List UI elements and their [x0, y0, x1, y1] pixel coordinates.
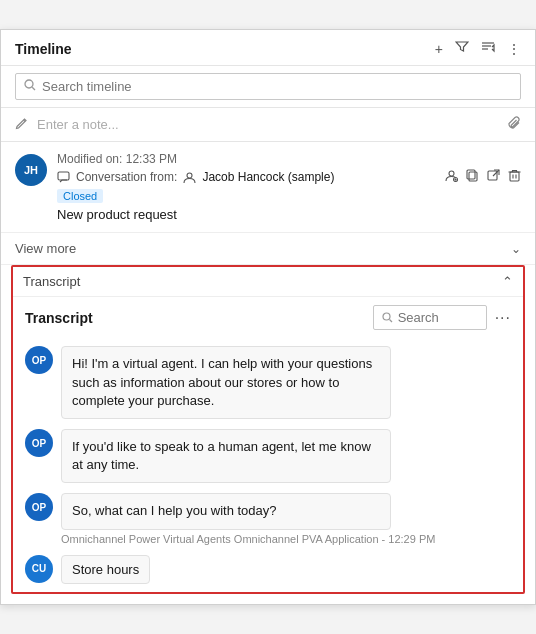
chevron-down-icon: ⌄ [511, 242, 521, 256]
svg-rect-14 [488, 171, 497, 180]
messages-area: OP Hi! I'm a virtual agent. I can help w… [13, 338, 523, 591]
add-icon[interactable]: + [435, 41, 443, 57]
activity-content: Modified on: 12:33 PM Conversation from:… [57, 152, 521, 222]
svg-rect-16 [510, 172, 519, 181]
transcript-search-box[interactable] [373, 305, 487, 330]
contact-icon [183, 171, 196, 184]
transcript-search-wrapper: ··· [373, 305, 511, 330]
search-icon [24, 79, 36, 94]
transcript-toolbar: Transcript ··· [13, 297, 523, 338]
message-row-3: OP So, what can I help you with today? O… [25, 493, 511, 544]
svg-line-4 [32, 88, 35, 91]
panel-title: Timeline [15, 41, 72, 57]
svg-point-20 [383, 313, 390, 320]
assign-icon[interactable] [445, 169, 458, 185]
sort-icon[interactable] [481, 40, 495, 57]
filter-icon[interactable] [455, 40, 469, 57]
message-meta-3: Omnichannel Power Virtual Agents Omnicha… [61, 533, 435, 545]
note-area: Enter a note... [1, 108, 535, 142]
message-row-1: OP Hi! I'm a virtual agent. I can help w… [25, 346, 511, 419]
view-more-row[interactable]: View more ⌄ [1, 233, 535, 265]
status-badge: Closed [57, 189, 103, 203]
search-timeline-input[interactable] [42, 79, 512, 94]
transcript-section: Transcript ⌃ Transcript ··· OP [11, 265, 525, 593]
message-col-1: Hi! I'm a virtual agent. I can help with… [61, 346, 391, 419]
ellipsis-icon[interactable]: ··· [495, 309, 511, 327]
message-row-2: OP If you'd like to speak to a human age… [25, 429, 511, 483]
transcript-section-label: Transcript [23, 274, 80, 289]
svg-rect-13 [467, 170, 475, 179]
message-row-cu: CU Store hours [25, 555, 511, 584]
svg-rect-6 [58, 172, 69, 180]
delete-icon[interactable] [508, 169, 521, 185]
message-col-3: So, what can I help you with today? Omni… [61, 493, 435, 544]
message-bubble-1: Hi! I'm a virtual agent. I can help with… [61, 346, 391, 419]
transcript-search-icon [382, 312, 393, 323]
transcript-header: Transcript ⌃ [13, 267, 523, 297]
conversation-label: Conversation from: [76, 170, 177, 184]
chevron-up-icon[interactable]: ⌃ [502, 274, 513, 289]
search-section [1, 66, 535, 108]
cu-bubble: Store hours [61, 555, 150, 584]
svg-point-7 [187, 173, 192, 178]
op-avatar-1: OP [25, 346, 53, 374]
svg-point-3 [25, 80, 33, 88]
svg-rect-12 [469, 172, 477, 181]
activity-item: JH Modified on: 12:33 PM Conversation fr… [1, 142, 535, 233]
op-avatar-2: OP [25, 429, 53, 457]
message-col-2: If you'd like to speak to a human agent,… [61, 429, 391, 483]
contact-name: Jacob Hancock (sample) [202, 170, 334, 184]
cu-avatar: CU [25, 555, 53, 583]
activity-meta: Modified on: 12:33 PM [57, 152, 521, 166]
note-placeholder[interactable]: Enter a note... [37, 117, 507, 132]
header-actions: + ⋮ [435, 40, 521, 57]
pencil-icon [15, 116, 29, 133]
message-icon [57, 171, 70, 184]
activity-subject: New product request [57, 207, 521, 222]
open-icon[interactable] [487, 169, 500, 185]
transcript-search-input[interactable] [398, 310, 478, 325]
transcript-title: Transcript [25, 310, 93, 326]
view-more-label: View more [15, 241, 76, 256]
more-icon[interactable]: ⋮ [507, 41, 521, 57]
panel-header: Timeline + ⋮ [1, 30, 535, 66]
timeline-panel: Timeline + ⋮ [0, 29, 536, 604]
conversation-action-icons [445, 169, 521, 185]
avatar: JH [15, 154, 47, 186]
search-input-wrapper[interactable] [15, 73, 521, 100]
svg-point-8 [449, 171, 454, 176]
op-avatar-3: OP [25, 493, 53, 521]
message-bubble-2: If you'd like to speak to a human agent,… [61, 429, 391, 483]
svg-line-21 [389, 320, 392, 323]
copy-icon[interactable] [466, 169, 479, 185]
conversation-row: Conversation from: Jacob Hancock (sample… [57, 169, 521, 185]
attach-icon[interactable] [507, 116, 521, 133]
message-bubble-3: So, what can I help you with today? [61, 493, 391, 529]
svg-line-5 [24, 120, 26, 122]
